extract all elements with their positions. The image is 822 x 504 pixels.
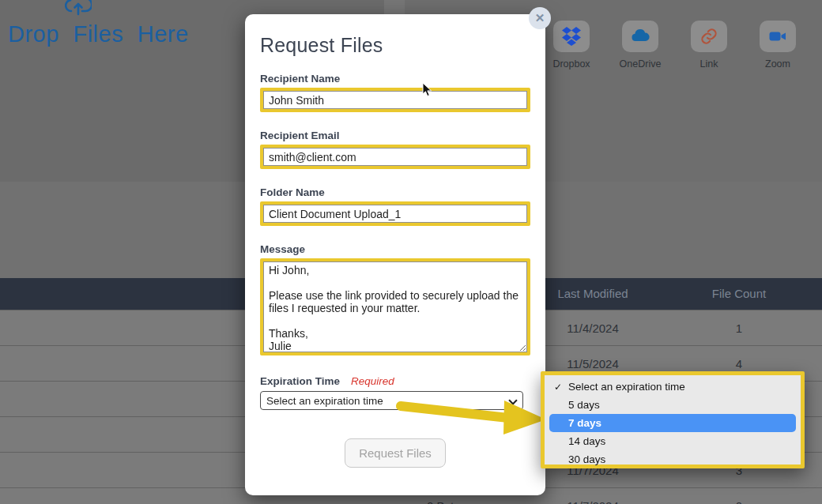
folder-name-group: Folder Name [260,186,530,226]
dropbox-label: Dropbox [552,58,590,70]
recipient-email-highlight [260,145,530,169]
message-highlight: Hi John, Please use the link provided to… [260,258,530,355]
app-screen: Drop Files Here Dropbox [0,0,822,504]
column-header-last-modified: Last Modified [541,278,644,310]
check-icon: ✓ [554,382,568,393]
zoom-icon[interactable] [760,21,796,52]
service-dropbox[interactable]: Dropbox [553,21,590,70]
recipient-email-label: Recipient Email [260,129,530,142]
expiration-select-wrap: Select an expiration time [260,391,523,410]
column-header-file-count: File Count [688,278,790,310]
service-zoom[interactable]: Zoom [760,21,796,70]
dropdown-option-14-days[interactable]: 14 days [549,432,796,450]
dropdown-option-select-expiration[interactable]: ✓ Select an expiration time [549,378,796,396]
close-icon[interactable]: ✕ [529,7,551,29]
recipient-email-group: Recipient Email [260,129,530,169]
message-group: Message Hi John, Please use the link pro… [260,243,530,355]
message-label: Message [260,243,530,256]
link-label: Link [700,58,718,70]
recipient-email-input[interactable] [263,148,527,166]
service-link[interactable]: Link [691,21,727,70]
zoom-label: Zoom [765,58,790,70]
link-icon[interactable] [691,21,727,52]
modal-title: Request Files [260,33,530,57]
folder-name-highlight [260,201,530,226]
request-files-button[interactable]: Request Files [345,438,446,468]
message-textarea[interactable]: Hi John, Please use the link provided to… [263,261,527,352]
drop-files-here-text: Drop Files Here [8,21,189,47]
recipient-name-input[interactable] [263,91,527,109]
cloud-upload-icon [65,0,92,17]
dropdown-option-7-days[interactable]: 7 days [549,414,796,432]
folder-name-input[interactable] [263,205,527,223]
dropbox-icon[interactable] [553,21,590,52]
expiration-dropdown: ✓ Select an expiration time 5 days 7 day… [541,371,805,468]
dropdown-option-5-days[interactable]: 5 days [549,396,796,414]
request-files-modal: ✕ Request Files Recipient Name Recipient… [245,14,545,495]
service-onedrive[interactable]: OneDrive [622,21,658,70]
expiration-group: Expiration Time Required Select an expir… [260,374,530,410]
onedrive-label: OneDrive [620,58,662,70]
expiration-label: Expiration Time [260,374,340,388]
cloud-services-row: Dropbox OneDrive Link [553,21,796,70]
onedrive-icon[interactable] [622,21,658,52]
recipient-name-highlight [260,88,530,112]
expiration-select[interactable]: Select an expiration time [260,391,523,410]
required-note: Required [351,375,394,387]
folder-name-label: Folder Name [260,186,530,199]
dropdown-option-30-days[interactable]: 30 days [549,450,796,468]
recipient-name-label: Recipient Name [260,72,530,85]
recipient-name-group: Recipient Name [260,72,530,112]
